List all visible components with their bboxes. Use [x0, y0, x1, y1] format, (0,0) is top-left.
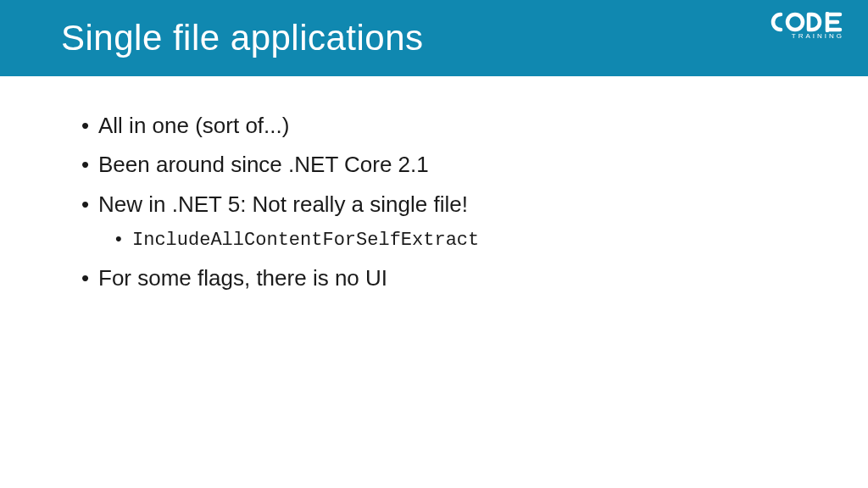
bullet-item: All in one (sort of...): [81, 108, 817, 142]
slide-title: Single file applications: [61, 18, 424, 58]
bullet-item: For some flags, there is no UI: [81, 261, 817, 295]
slide-content: All in one (sort of...) Been around sinc…: [0, 76, 868, 317]
bullet-sub-item: IncludeAllContentForSelfExtract: [115, 226, 817, 254]
bullet-item: Been around since .NET Core 2.1: [81, 147, 817, 181]
slide-header: Single file applications TRAINING: [0, 0, 868, 76]
logo-subtext: TRAINING: [768, 32, 844, 40]
bullet-item: New in .NET 5: Not really a single file!: [81, 187, 817, 221]
svg-point-0: [787, 14, 803, 30]
logo-icon: [768, 12, 844, 32]
brand-logo: TRAINING: [768, 12, 844, 40]
